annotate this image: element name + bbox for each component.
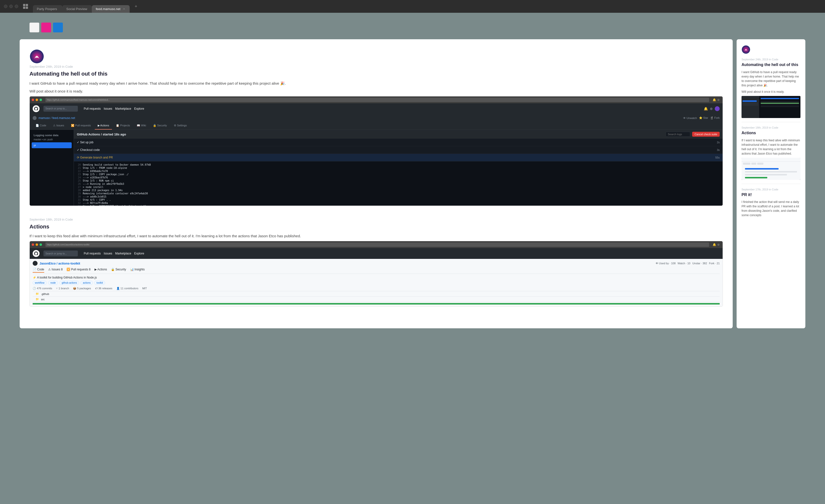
github-content-split: Logging some data master • on: push pr G… xyxy=(30,130,723,205)
toolkit-tab-actions[interactable]: ▶ Actions xyxy=(94,268,107,273)
thumb2-tab-3 xyxy=(757,163,763,165)
post-1-meta: September 24th, 2019 in Code xyxy=(29,65,723,69)
sidebar-post-1-meta: September 24th, 2019 in Code xyxy=(742,58,801,61)
screenshot2-url-bar: https://github.com/JasonEtco/actions-too… xyxy=(46,242,709,247)
github-avatar xyxy=(715,106,720,111)
unwatch-btn[interactable]: 👁 Unwatch xyxy=(683,116,697,119)
tab-projects[interactable]: 📋 Projects xyxy=(113,122,133,130)
screenshot2-dot-red xyxy=(32,243,34,246)
thumb-highlight-1 xyxy=(743,100,757,102)
log-line-7: 26 ---> Running in a0e2f0f9a5b3 xyxy=(76,183,721,185)
tab-pull-requests[interactable]: 🔀 Pull requests xyxy=(68,122,94,130)
toolkit-tags: workflow node github-actions actions too… xyxy=(33,281,720,285)
github-nav-marketplace-2: Marketplace xyxy=(115,252,131,255)
tab-party-poopers[interactable]: Party Poopers xyxy=(33,5,62,13)
step-setup-name: ✓ Set up job xyxy=(77,141,93,144)
toolkit-tab-security[interactable]: 🔒 Security xyxy=(111,268,126,273)
toolkit-unstar: Unstar · 382 xyxy=(692,262,707,265)
sidebar-post-2-body: If I want to keep this feed alive with m… xyxy=(742,138,801,156)
tab-feed-mamuso[interactable]: feed.mamuso.net ✕ xyxy=(92,5,130,13)
tab-code[interactable]: 📄 Code xyxy=(33,122,49,130)
sidebar-divider-1 xyxy=(742,122,801,122)
step-checkout[interactable]: ✓ Checkout code 3s xyxy=(74,146,723,154)
github-nav-2: Search or jump to... Pull requests Issue… xyxy=(30,248,723,259)
github-search[interactable]: Search or jump to... xyxy=(44,106,78,112)
cancel-check-suite-btn[interactable]: Cancel check suite xyxy=(692,132,720,137)
sidebar-post-1-body2: Will post about it once it is ready. xyxy=(742,90,801,94)
log-line-2: 21 Step 1/5 : FROM node:10-alpine xyxy=(76,167,721,169)
toolkit-tabs: 📄 Code ⚠ Issues 8 🔀 Pull requests 8 ▶ Ac… xyxy=(33,268,720,274)
tab-wiki[interactable]: 📖 Wiki xyxy=(134,122,149,130)
star-btn[interactable]: ⭐ Star xyxy=(699,116,708,119)
maximize-button[interactable] xyxy=(15,5,18,8)
sidebar-post-2-title: Actions xyxy=(742,131,801,136)
sidebar-post-3-body: I finished the action that will send me … xyxy=(742,200,801,218)
github-actions-logo: GitHub Actions / started 18s ago xyxy=(77,132,126,137)
tab-security[interactable]: 🔒 Security xyxy=(150,122,170,130)
github-search-2[interactable]: Search or jump to... xyxy=(44,251,78,256)
file-name-2: src xyxy=(41,298,45,301)
grid-icon[interactable] xyxy=(23,4,28,9)
screenshot-dot-yellow xyxy=(35,99,38,101)
step-checkout-time: 3s xyxy=(717,149,720,151)
toolkit-tab-insights[interactable]: 📊 Insights xyxy=(130,268,145,273)
sidebar-post-3-meta: September 17th, 2019 in Code xyxy=(742,188,801,191)
github-steps: ✓ Set up job 2s ✓ Checkout code 3s ⟳ Gen… xyxy=(74,139,723,161)
sidebar-post-3: September 17th, 2019 in Code PR it! I fi… xyxy=(742,188,801,218)
repo-avatar xyxy=(33,116,36,120)
new-tab-button[interactable]: + xyxy=(133,3,139,10)
fork-btn[interactable]: 🍴 Fork xyxy=(710,116,720,119)
github-nav-right: 🔔 ⊕ xyxy=(704,106,720,111)
step-generate[interactable]: ⟳ Generate branch and PR 55s xyxy=(74,154,723,161)
close-button[interactable] xyxy=(4,5,7,8)
toolkit-tab-pulls[interactable]: 🔀 Pull requests 8 xyxy=(67,268,91,273)
sidebar-thumbnail-1 xyxy=(742,96,801,118)
thumb2-rows xyxy=(742,166,801,180)
screenshot-icons: 🔔 ⊕ xyxy=(712,98,720,102)
github-logo xyxy=(33,105,40,112)
github-nav-pulls-2: Pull requests xyxy=(84,252,101,255)
tag-workflow: workflow xyxy=(33,281,47,285)
github-log-area: 20 Sending build context to Docker daemo… xyxy=(74,161,723,205)
tab-close-icon[interactable]: ✕ xyxy=(122,7,126,11)
thumb-main-1 xyxy=(759,96,801,118)
thumb2-tab-2 xyxy=(751,163,756,165)
screenshot-url-text: https://github.com/mamuso/feed.mamuso.ne… xyxy=(47,99,110,101)
github-nav-issues-2: Issues xyxy=(103,252,112,255)
toolkit-tab-issues[interactable]: ⚠ Issues 8 xyxy=(48,268,63,273)
commits-count: 🕐 476 commits xyxy=(33,287,52,290)
tab-actions[interactable]: ▶ Actions xyxy=(95,122,112,130)
repo-path: mamuso / feed.mamuso.net xyxy=(39,116,75,120)
log-line-4: 23 Step 2/5 : COPY package.json ./ xyxy=(76,173,721,176)
screenshot2-dot-yellow xyxy=(35,243,38,246)
post-entry-1: September 24th, 2019 in Code Automating … xyxy=(29,65,723,206)
tag-github-actions: github-actions xyxy=(59,281,79,285)
log-line-11: 30 ---> add0c3cb015 xyxy=(76,195,721,198)
browser-window-controls xyxy=(4,5,18,8)
minimize-button[interactable] xyxy=(9,5,13,8)
thumb-main-row-5 xyxy=(761,106,799,107)
log-line-6: 25 Step 3/5 : RUN npm ci xyxy=(76,179,721,182)
github-tabs: 📄 Code ⚠ Issues 🔀 Pull requests ▶ Action… xyxy=(30,122,723,130)
github-nav: Search or jump to... Pull requests Issue… xyxy=(30,103,723,114)
screenshot2-url-text: https://github.com/JasonEtco/actions-too… xyxy=(47,243,89,246)
page-content: September 24th, 2019 in Code Automating … xyxy=(0,0,825,504)
toolkit-tab-code[interactable]: 📄 Code xyxy=(33,268,44,273)
tab-issues[interactable]: ⚠ Issues xyxy=(50,122,67,130)
thumb-main-row-3 xyxy=(761,103,799,103)
sidebar-divider-2 xyxy=(742,184,801,184)
releases-count: 🏷 36 releases xyxy=(95,287,112,290)
post-2-meta: September 18th, 2019 in Code xyxy=(29,218,723,221)
tab-settings[interactable]: ⚙ Settings xyxy=(171,122,190,130)
log-line-1: 20 Sending build context to Docker daemo… xyxy=(76,163,721,166)
github-nav-marketplace: Marketplace xyxy=(115,107,131,110)
workflow-item-pr[interactable]: pr xyxy=(32,142,72,148)
step-setup[interactable]: ✓ Set up job 2s xyxy=(74,139,723,146)
sidebar-post-1-body1: I want GitHub to have a pull request rea… xyxy=(742,70,801,88)
log-line-14: 33 Step 5/5 : ENTRYPOINT ["node", "/inde… xyxy=(76,205,721,205)
search-logs-input[interactable] xyxy=(666,132,690,137)
github-workflow-sidebar: Logging some data master • on: push pr xyxy=(30,130,74,205)
tab-social-preview[interactable]: Social Preview xyxy=(62,5,92,13)
contributors-count: 👤 11 contributors xyxy=(117,287,139,290)
browser-chrome: Party Poopers Social Preview feed.mamuso… xyxy=(0,0,825,13)
